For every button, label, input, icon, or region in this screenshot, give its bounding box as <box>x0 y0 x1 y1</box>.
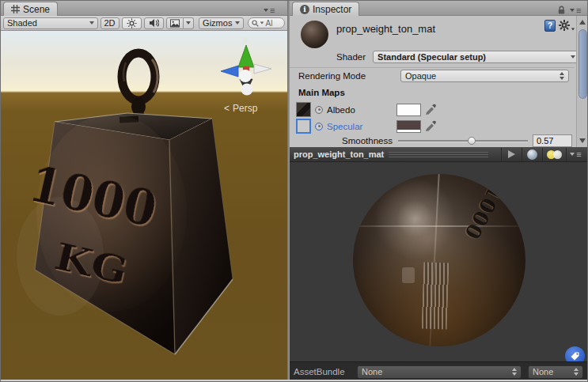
tab-scene[interactable]: Scene <box>3 2 58 16</box>
inspector-tab-bar: i Inspector <box>290 1 588 16</box>
scene-toolbar: Shaded 2D <box>1 16 287 31</box>
scene-search-input[interactable]: Al <box>248 17 285 28</box>
smoothness-row: Smoothness 0.57 <box>290 134 575 147</box>
scene-effects-group <box>166 17 194 29</box>
chevron-down-icon <box>264 9 268 12</box>
scene-viewport[interactable]: 1000 KG y < Persp <box>1 31 287 380</box>
lights-icon <box>547 149 563 160</box>
sun-icon <box>127 18 137 28</box>
inspector-panel: i Inspector prop_weight_ton_mat <box>290 1 588 382</box>
material-thumbnail[interactable] <box>301 21 328 48</box>
albedo-label: Albedo <box>327 105 355 115</box>
hamburger-icon <box>576 6 581 15</box>
sphere-texture-detail <box>422 262 450 329</box>
preview-title: prop_weight_ton_mat <box>294 149 384 159</box>
specular-row: Specular <box>296 119 362 134</box>
scene-panel: Scene Shaded 2D <box>1 1 287 381</box>
albedo-color-swatch[interactable] <box>396 104 421 116</box>
object-picker-icon[interactable] <box>315 106 323 114</box>
draw-mode-dropdown[interactable]: Shaded <box>3 17 98 29</box>
chevron-down-icon <box>186 21 191 25</box>
search-text: Al <box>265 19 272 28</box>
toggle-2d-label: 2D <box>104 18 116 28</box>
inspector-body: prop_weight_ton_mat <box>290 16 588 147</box>
popup-arrows-icon <box>560 72 564 80</box>
preview-header[interactable]: prop_weight_ton_mat <box>290 147 588 162</box>
specular-color-swatch[interactable] <box>396 120 421 133</box>
inspector-panel-menu[interactable] <box>570 6 581 15</box>
sphere-texture-detail <box>402 267 415 283</box>
assetbundle-variant-dropdown[interactable]: None <box>528 365 583 379</box>
specular-texture-slot[interactable] <box>296 119 311 134</box>
popup-arrows-icon <box>512 368 517 376</box>
scroll-up-button[interactable] <box>578 17 587 27</box>
preview-lighting-button[interactable] <box>542 148 566 161</box>
shader-dropdown[interactable]: Standard (Specular setup) <box>373 51 580 63</box>
hamburger-icon <box>576 149 581 159</box>
preview-drag-handle[interactable] <box>389 152 488 157</box>
help-icon[interactable] <box>544 20 556 32</box>
gizmos-dropdown[interactable]: Gizmos <box>199 17 244 29</box>
smoothness-label: Smoothness <box>290 136 393 146</box>
scene-effects-button[interactable] <box>166 17 184 29</box>
gizmo-white-axis-cone[interactable] <box>254 64 271 74</box>
scene-lighting-button[interactable] <box>122 17 142 29</box>
material-preview-section: prop_weight_ton_mat <box>290 147 588 382</box>
inspector-scrollbar[interactable] <box>576 16 587 147</box>
scene-panel-menu[interactable] <box>264 6 275 15</box>
rendering-mode-dropdown[interactable]: Opaque <box>400 70 569 82</box>
scrollbar-thumb[interactable] <box>579 29 587 99</box>
image-icon <box>170 19 180 28</box>
scene-effects-dropdown[interactable] <box>184 17 194 29</box>
chevron-down-icon <box>570 153 575 156</box>
gizmo-blue-axis-cone[interactable] <box>221 66 238 77</box>
tab-inspector[interactable]: i Inspector <box>292 2 359 16</box>
preview-sphere[interactable]: 1000 <box>353 174 525 346</box>
inspector-tab-label: Inspector <box>313 4 351 15</box>
assetbundle-bar: AssetBundle None None <box>290 361 588 381</box>
albedo-row: Albedo <box>296 102 355 117</box>
speaker-icon <box>149 18 159 28</box>
material-settings-button[interactable] <box>559 20 575 31</box>
rendering-mode-label: Rendering Mode <box>298 71 366 81</box>
scene-tab-label: Scene <box>23 4 50 15</box>
chevron-down-icon <box>570 9 575 12</box>
gizmo-bottom-ball[interactable] <box>241 84 253 96</box>
tag-icon <box>570 351 580 361</box>
eyedropper-icon[interactable] <box>425 120 436 132</box>
popup-arrows-icon <box>574 368 579 376</box>
sphere-icon <box>527 149 537 160</box>
gizmo-y-axis-cone[interactable] <box>238 45 254 67</box>
assetbundle-dropdown[interactable]: None <box>357 365 522 379</box>
chevron-down-icon <box>235 21 240 25</box>
gizmo-center-ball[interactable] <box>239 70 252 82</box>
rendering-mode-row: Rendering Mode Opaque <box>298 71 571 81</box>
scene-audio-button[interactable] <box>144 17 164 29</box>
scroll-down-button[interactable] <box>578 135 587 146</box>
persp-mode-label[interactable]: < Persp <box>224 103 257 114</box>
chevron-down-icon <box>571 28 575 31</box>
preview-play-button[interactable] <box>501 148 522 161</box>
gizmos-label: Gizmos <box>203 18 232 28</box>
toggle-2d-button[interactable]: 2D <box>101 17 119 29</box>
inspector-lock[interactable] <box>557 6 566 15</box>
draw-mode-label: Shaded <box>7 18 37 28</box>
shader-label: Shader <box>336 52 366 62</box>
smoothness-slider[interactable] <box>398 136 528 146</box>
albedo-texture-slot[interactable] <box>296 102 311 117</box>
scene-orientation-gizmo[interactable]: y <box>208 32 284 104</box>
object-picker-icon[interactable] <box>315 123 323 130</box>
eyedropper-icon[interactable] <box>425 104 436 115</box>
search-icon <box>252 20 259 27</box>
chevron-down-icon <box>89 21 94 25</box>
scene-grid-icon <box>11 5 20 13</box>
divider <box>290 67 575 68</box>
sphere-embossed-text: 1000 <box>460 181 507 244</box>
smoothness-value-field[interactable]: 0.57 <box>533 134 572 147</box>
gizmo-y-axis-label: y <box>243 34 248 43</box>
slider-thumb[interactable] <box>468 137 476 145</box>
main-maps-heading: Main Maps <box>298 88 345 97</box>
scene-tab-bar: Scene <box>1 1 287 16</box>
preview-menu-button[interactable] <box>566 148 585 161</box>
preview-mesh-button[interactable] <box>522 148 542 161</box>
